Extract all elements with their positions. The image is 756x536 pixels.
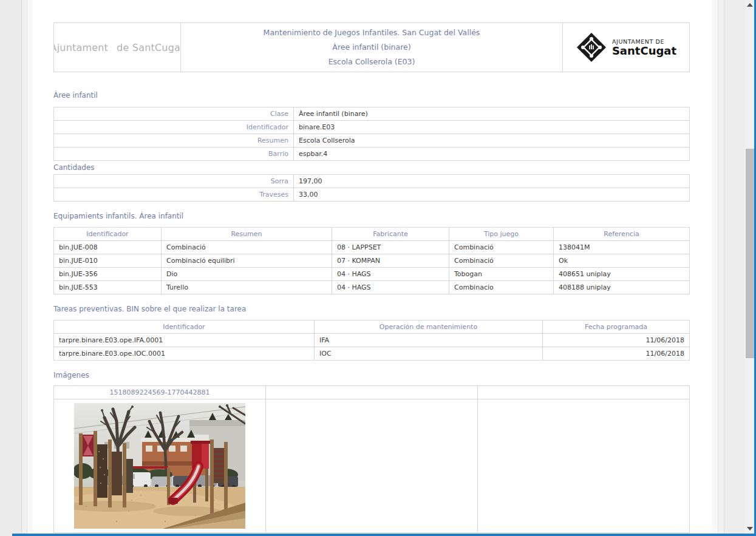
- cell-referencia: 408188 uniplay: [554, 281, 690, 294]
- area-table: Clase Àree infantil (binare) Identificad…: [53, 107, 690, 161]
- row-label: Sorra: [54, 175, 294, 188]
- image-cell: [54, 399, 266, 533]
- table-row: tarpre.binare.E03.ope.IOC.0001 IOC 11/06…: [54, 347, 690, 361]
- cell-operacion: IFA: [315, 334, 543, 347]
- cell-operacion: IOC: [315, 347, 543, 361]
- table-header-row: Identificador Resumen Fabricante Tipo ju…: [54, 228, 690, 241]
- cell-tipo-juego: Combinació: [449, 254, 554, 268]
- cell-fecha: 11/06/2018: [543, 334, 690, 347]
- cell-fabricante: 07 · KOMPAN: [332, 254, 449, 268]
- left-gutter-inner: [27, 0, 32, 536]
- table-row: bin.JUE-008 Combinació 08 · LAPPSET Comb…: [54, 241, 690, 254]
- logo-right-line2: SantCugat: [612, 45, 676, 56]
- table-row: bin.JUE-553 Turello 04 · HAGS Combinacio…: [54, 281, 690, 294]
- report-page: Ajuntament: [32, 0, 712, 536]
- column-header: Referencia: [554, 228, 690, 241]
- header-logo-left-cell: Ajuntament: [54, 23, 181, 72]
- table-header-row: Identificador Operación de mantenimiento…: [54, 321, 690, 334]
- cell-tipo-juego: Tobogan: [449, 268, 554, 281]
- cell-identificador: tarpre.binare.E03.ope.IOC.0001: [54, 347, 315, 361]
- cell-referencia: 408651 uniplay: [554, 268, 690, 281]
- logo-left-suffix: de SantCugat: [117, 41, 180, 54]
- column-header: Identificador: [54, 228, 162, 241]
- report-title-line1: Mantenimiento de Juegos Infantiles. San …: [181, 25, 562, 40]
- table-row: bin.JUE-010 Combinació equilibri 07 · KO…: [54, 254, 690, 268]
- cell-identificador: bin.JUE-553: [54, 281, 162, 294]
- cell-identificador: bin.JUE-008: [54, 241, 162, 254]
- tareas-table: Identificador Operación de mantenimiento…: [53, 320, 690, 361]
- column-header: Tipo juego: [449, 228, 554, 241]
- column-header: Identificador: [54, 321, 315, 334]
- table-row: Traveses 33,00: [54, 188, 690, 202]
- row-value: Escola Collserola: [294, 134, 690, 148]
- scrollbar-thumb[interactable]: [746, 149, 754, 358]
- table-row: Sorra 197,00: [54, 175, 690, 188]
- table-row: Barrio espbar.4: [54, 148, 690, 161]
- right-gutter-inner: [712, 0, 718, 536]
- scroll-up-arrow-icon[interactable]: [747, 3, 753, 7]
- table-row: tarpre.binare.E03.ope.IFA.0001 IFA 11/06…: [54, 334, 690, 347]
- cell-resumen: Combinació: [162, 241, 332, 254]
- row-value: 197,00: [294, 175, 690, 188]
- report-title-line3: Escola Collserola (E03): [181, 55, 562, 69]
- cell-tipo-juego: Combinació: [449, 241, 554, 254]
- section-title-equipamientos: Equipamients infantils. Área infantil: [53, 212, 689, 221]
- cell-fabricante: 04 · HAGS: [332, 268, 449, 281]
- section-title-tareas: Tareas preventivas. BIN sobre el que rea…: [53, 305, 689, 314]
- column-header: Fabricante: [332, 228, 449, 241]
- cell-referencia: Ok: [554, 254, 690, 268]
- row-label: Barrio: [54, 148, 294, 161]
- right-gutter-divider: [718, 0, 724, 536]
- column-header: Resumen: [162, 228, 332, 241]
- row-label: Traveses: [54, 188, 294, 202]
- ajuntament-logo-black: AJUNTAMENT DE SantCugat: [563, 23, 689, 72]
- playground-photo: [74, 403, 245, 529]
- row-value: binare.E03: [294, 121, 690, 134]
- imagenes-table: 1518089224569-1770442881: [53, 385, 690, 533]
- table-row: Identificador binare.E03: [54, 121, 690, 134]
- table-row: [54, 399, 690, 533]
- santcugat-emblem-black-icon: [576, 32, 607, 63]
- header-title-cell: Mantenimiento de Juegos Infantiles. San …: [181, 23, 563, 72]
- row-value: espbar.4: [294, 148, 690, 161]
- table-row: bin.JUE-356 Dio 04 · HAGS Tobogan 408651…: [54, 268, 690, 281]
- screen: Ajuntament: [0, 0, 756, 536]
- cantidades-table: Sorra 197,00 Traveses 33,00: [53, 174, 690, 202]
- cell-referencia: 138041M: [554, 241, 690, 254]
- row-value: Àree infantil (binare): [294, 107, 690, 121]
- table-row: Resumen Escola Collserola: [54, 134, 690, 148]
- image-caption-empty: [478, 386, 690, 399]
- logo-left-prefix: Ajuntament: [54, 41, 109, 54]
- row-label: Identificador: [54, 121, 294, 134]
- equipamientos-table: Identificador Resumen Fabricante Tipo ju…: [53, 227, 690, 294]
- table-row: Clase Àree infantil (binare): [54, 107, 690, 121]
- column-header: Fecha programada: [543, 321, 690, 334]
- scroll-down-arrow-icon[interactable]: [747, 527, 753, 531]
- cell-resumen: Turello: [162, 281, 332, 294]
- row-value: 33,00: [294, 188, 690, 202]
- cell-fecha: 11/06/2018: [543, 347, 690, 361]
- header-logo-right-cell: AJUNTAMENT DE SantCugat: [563, 23, 690, 72]
- section-title-area: Àree infantil: [53, 91, 689, 100]
- left-gutter: [0, 0, 22, 536]
- window-border-bottom: [12, 534, 756, 536]
- row-label: Resumen: [54, 134, 294, 148]
- cell-identificador: bin.JUE-356: [54, 268, 162, 281]
- vertical-scrollbar[interactable]: [744, 0, 755, 536]
- cell-identificador: tarpre.binare.E03.ope.IFA.0001: [54, 334, 315, 347]
- cell-resumen: Dio: [162, 268, 332, 281]
- cell-identificador: bin.JUE-010: [54, 254, 162, 268]
- cell-fabricante: 08 · LAPPSET: [332, 241, 449, 254]
- cell-resumen: Combinació equilibri: [162, 254, 332, 268]
- report-title-line2: Àree infantil (binare): [181, 40, 562, 55]
- column-header: Operación de mantenimiento: [315, 321, 543, 334]
- image-cell-empty: [478, 399, 690, 533]
- section-title-cantidades: Cantidades: [53, 163, 689, 172]
- section-title-imagenes: Imágenes: [53, 371, 689, 380]
- report-content: Ajuntament: [53, 0, 689, 533]
- row-label: Clase: [54, 107, 294, 121]
- left-gutter-divider: [22, 0, 27, 536]
- right-gutter: [724, 0, 744, 536]
- report-header: Ajuntament: [53, 22, 690, 72]
- image-caption-empty: [266, 386, 478, 399]
